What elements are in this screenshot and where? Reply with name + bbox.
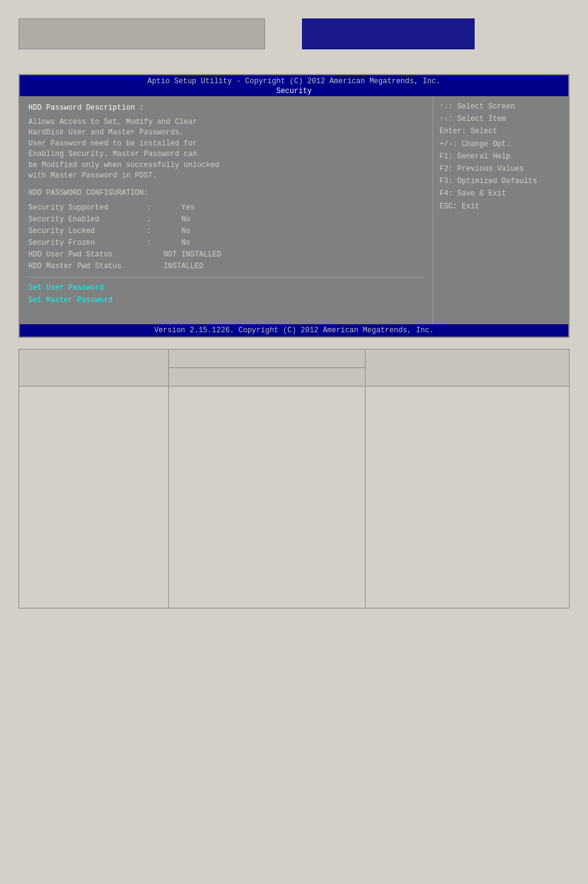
help-f4: F4: Save & Exit [439,188,562,200]
config-colon-5 [142,249,155,260]
desc-line-1: Allows Access to Set, Modify and Clear [28,117,424,128]
config-colon-3: : [142,226,155,237]
config-colon-4: : [142,237,155,248]
bios-screen: Aptio Setup Utility - Copyright (C) 2012… [18,74,570,338]
config-row-enabled: Security Enabled : No [28,214,424,225]
bios-footer: Version 2.15.1226. Copyright (C) 2012 Am… [20,324,568,337]
top-bar [0,0,588,68]
table-body-col2 [168,387,365,608]
bottom-section [18,349,570,608]
table-header-col1 [19,350,169,387]
config-value-enabled: No [155,214,190,225]
top-bar-left-block [18,18,265,49]
config-label-frozen: Security Frozen [28,237,142,248]
config-colon-2: : [142,214,155,225]
separator-line [28,277,424,277]
desc-line-4: Enabling Security. Master Password can [28,149,424,160]
config-row-frozen: Security Frozen : No [28,237,424,248]
set-master-password-link[interactable]: Set Master Password [28,295,424,306]
bios-title: Aptio Setup Utility - Copyright (C) 2012… [20,77,568,86]
set-user-password-link[interactable]: Set User Password [28,282,424,293]
bios-tab[interactable]: Security [271,86,317,96]
desc-line-6: with Master Password in POST. [28,171,424,181]
table-body-col3 [365,387,570,608]
config-value-locked: No [155,226,190,237]
table-body-row [19,387,570,608]
help-enter: Enter: Select [439,126,562,137]
bios-titlebar: Aptio Setup Utility - Copyright (C) 2012… [20,75,568,96]
help-select-screen: ↑↓: Select Screen [439,101,562,113]
bios-body: HDD Password Description : Allows Access… [20,96,568,324]
config-value-frozen: No [155,237,190,248]
config-label-enabled: Security Enabled [28,214,142,225]
top-bar-right-block [302,18,475,49]
table-header-col2-bottom [168,368,365,387]
help-f1: F1: General Help [439,151,562,163]
config-value-supported: Yes [155,202,195,213]
config-row-locked: Security Locked : No [28,226,424,237]
help-select-item: ↑↓: Select Item [439,113,562,125]
description-block: Allows Access to Set, Modify and Clear H… [28,117,424,181]
table-header-col3 [365,350,570,387]
config-value-user-status: NOT INSTALLED [155,249,221,260]
table-header-col2-top [168,350,365,368]
bios-right-panel: ↑↓: Select Screen ↑↓: Select Item Enter:… [433,96,568,324]
config-row-master-status: HDD Master Pwd Status INSTALLED [28,261,424,272]
desc-line-3: User Password need to be installed for [28,139,424,149]
help-f3: F3: Optimized Defaults [439,176,562,187]
config-heading: HDD PASSWORD CONFIGURATION: [28,187,424,198]
config-value-master-status: INSTALLED [155,261,203,272]
config-label-user-status: HDD User Pwd Status [28,249,142,260]
config-label-master-status: HDD Master Pwd Status [28,261,142,272]
table-body-col1 [19,387,169,608]
desc-line-2: HardDisk User and Master Passwords. [28,128,424,138]
config-label-supported: Security Supported [28,202,142,213]
bios-left-panel: HDD Password Description : Allows Access… [20,96,433,324]
bottom-table [18,349,570,608]
config-label-locked: Security Locked [28,226,142,237]
config-colon-1: : [142,202,155,213]
help-f2: F2: Previous Values [439,163,562,175]
desc-line-5: be Modified only when successfully unloc… [28,160,424,171]
config-row-supported: Security Supported : Yes [28,202,424,213]
hdd-password-heading: HDD Password Description : [28,102,424,113]
config-row-user-status: HDD User Pwd Status NOT INSTALLED [28,249,424,260]
table-header-row [19,350,570,368]
help-esc: ESC: Exit [439,201,562,213]
help-change-opt: +/-: Change Opt. [439,139,562,150]
config-colon-6 [142,261,155,272]
